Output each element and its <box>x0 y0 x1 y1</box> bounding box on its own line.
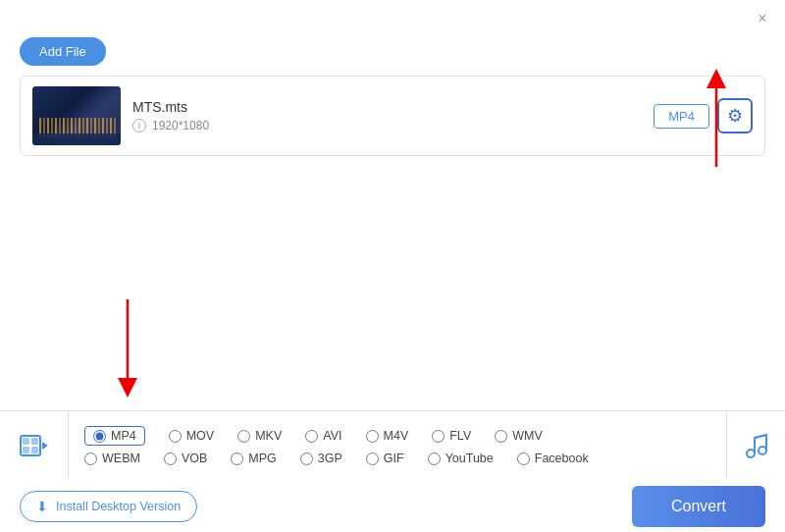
format-badge[interactable]: MP4 <box>654 104 709 129</box>
format-label-3gp: 3GP <box>318 452 342 465</box>
svg-point-9 <box>759 447 766 454</box>
format-radio-flv[interactable] <box>432 430 445 443</box>
format-option-mkv[interactable]: MKV <box>237 429 282 443</box>
svg-rect-5 <box>23 447 29 453</box>
format-options: MP4 MOV MKV AVI M4V <box>69 411 726 480</box>
format-radio-3gp[interactable] <box>300 452 313 465</box>
file-info: MTS.mts i 1920*1080 <box>132 99 642 133</box>
format-option-mp4[interactable]: MP4 <box>84 426 145 446</box>
close-button[interactable]: × <box>754 10 771 27</box>
format-radio-vob[interactable] <box>164 452 177 465</box>
download-icon: ⬇ <box>36 499 48 514</box>
svg-rect-6 <box>31 447 38 453</box>
format-option-youtube[interactable]: YouTube <box>428 452 494 465</box>
format-option-facebook[interactable]: Facebook <box>517 452 589 465</box>
svg-line-10 <box>755 435 766 438</box>
title-bar: × <box>0 0 785 33</box>
install-label: Install Desktop Version <box>56 500 181 513</box>
file-list: MTS.mts i 1920*1080 MP4 ⚙ <box>20 76 765 156</box>
format-selector: MP4 MOV MKV AVI M4V <box>0 410 785 481</box>
format-label-flv: FLV <box>449 429 471 443</box>
format-option-mov[interactable]: MOV <box>169 429 214 443</box>
file-resolution: 1920*1080 <box>152 119 209 133</box>
svg-point-8 <box>747 450 755 457</box>
svg-marker-7 <box>42 442 48 450</box>
format-radio-webm[interactable] <box>84 452 97 465</box>
format-label-m4v: M4V <box>384 429 409 443</box>
format-option-mpg[interactable]: MPG <box>231 452 276 465</box>
footer-bar: ⬇ Install Desktop Version Convert <box>0 481 785 532</box>
thumbnail-image <box>32 86 121 145</box>
action-bar: Add File <box>0 33 785 76</box>
format-option-3gp[interactable]: 3GP <box>300 452 342 465</box>
format-option-avi[interactable]: AVI <box>305 429 341 443</box>
format-radio-gif[interactable] <box>366 452 379 465</box>
file-name: MTS.mts <box>132 99 642 115</box>
format-radio-wmv[interactable] <box>495 430 507 443</box>
convert-button[interactable]: Convert <box>632 486 765 527</box>
format-label-youtube: YouTube <box>445 452 494 465</box>
format-label-mp4: MP4 <box>111 429 136 443</box>
format-label-webm: WEBM <box>102 452 140 465</box>
format-label-wmv: WMV <box>512 429 543 443</box>
format-option-wmv[interactable]: WMV <box>495 429 543 443</box>
install-desktop-button[interactable]: ⬇ Install Desktop Version <box>20 491 197 522</box>
format-label-vob: VOB <box>182 452 207 465</box>
format-radio-youtube[interactable] <box>428 452 441 465</box>
format-tabs: MP4 MOV MKV AVI M4V <box>0 411 785 480</box>
format-option-webm[interactable]: WEBM <box>84 452 140 465</box>
info-icon: i <box>132 119 146 133</box>
format-radio-mkv[interactable] <box>237 430 250 443</box>
svg-rect-4 <box>31 438 38 445</box>
file-actions: MP4 ⚙ <box>654 98 753 133</box>
format-label-mov: MOV <box>186 429 214 443</box>
format-option-m4v[interactable]: M4V <box>366 429 409 443</box>
format-label-facebook: Facebook <box>535 452 589 465</box>
format-row-2: WEBM VOB MPG 3GP GIF <box>84 452 710 465</box>
file-meta: i 1920*1080 <box>132 119 642 133</box>
format-radio-facebook[interactable] <box>517 452 530 465</box>
format-radio-mov[interactable] <box>169 430 182 443</box>
format-radio-mpg[interactable] <box>231 452 243 465</box>
format-label-mkv: MKV <box>255 429 282 443</box>
format-option-gif[interactable]: GIF <box>366 452 404 465</box>
format-option-vob[interactable]: VOB <box>164 452 207 465</box>
format-label-mpg: MPG <box>248 452 276 465</box>
format-radio-mp4[interactable] <box>93 430 106 443</box>
add-file-button[interactable]: Add File <box>20 37 106 66</box>
annotation-arrow-format <box>108 294 147 402</box>
format-label-avi: AVI <box>323 429 341 443</box>
format-label-gif: GIF <box>384 452 404 465</box>
settings-button[interactable]: ⚙ <box>717 98 753 133</box>
svg-rect-3 <box>23 438 29 445</box>
format-option-flv[interactable]: FLV <box>432 429 471 443</box>
format-row-1: MP4 MOV MKV AVI M4V <box>84 426 710 446</box>
music-tab-icon[interactable] <box>726 411 785 480</box>
format-radio-avi[interactable] <box>305 430 318 443</box>
file-thumbnail <box>32 86 121 145</box>
video-tab-icon[interactable] <box>0 411 69 480</box>
format-radio-m4v[interactable] <box>366 430 379 443</box>
